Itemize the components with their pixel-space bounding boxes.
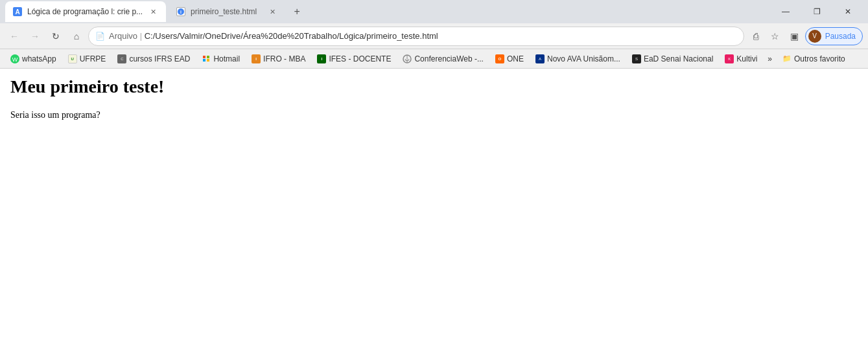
address-text: Arquivo | C:/Users/Valmir/OneDrive/Área%… (109, 31, 737, 41)
file-icon: 📄 (95, 32, 105, 41)
bookmark-ead-label: EaD Senai Nacional (644, 54, 713, 63)
ava-icon: A (535, 54, 545, 63)
ifes-icon: I (317, 54, 326, 63)
kultivi-icon: K (725, 54, 734, 63)
svg-text:W: W (12, 56, 18, 63)
share-button[interactable]: ⎙ (747, 27, 765, 45)
title-bar: A Lógica de programação l: crie p... ✕ i… (0, 0, 868, 23)
tab-active-label: Lógica de programação l: crie p... (27, 7, 143, 16)
address-bar[interactable]: 📄 Arquivo | C:/Users/Valmir/OneDrive/Áre… (88, 27, 744, 46)
one-icon: O (495, 54, 504, 63)
bookmark-ifro[interactable]: I IFRO - MBA (246, 51, 311, 67)
bookmark-hotmail[interactable]: Hotmail (196, 51, 245, 67)
svg-text:i: i (180, 10, 182, 14)
bookmark-outros[interactable]: 📁 Outros favorito (777, 51, 850, 67)
tabs-container: A Lógica de programação l: crie p... ✕ i… (5, 1, 306, 22)
whatsapp-icon: W (10, 54, 19, 63)
forward-button[interactable]: → (26, 27, 44, 45)
window-controls: — ❐ ✕ (771, 1, 863, 22)
bookmark-conf-label: ConferenciaWeb -... (414, 54, 484, 63)
bookmark-ifro-label: IFRO - MBA (263, 54, 305, 63)
bookmark-ava-label: Novo AVA Unisãom... (547, 54, 620, 63)
bookmark-one[interactable]: O ONE (490, 51, 529, 67)
page-content: Meu primeiro teste! Seria isso um progra… (0, 69, 868, 338)
profile-name: Pausada (825, 32, 856, 41)
cursos-icon: C (117, 54, 126, 63)
tab-active-close[interactable]: ✕ (148, 6, 158, 17)
bookmark-hotmail-label: Hotmail (213, 54, 240, 63)
folder-icon: 📁 (782, 54, 792, 63)
avatar: V (808, 30, 821, 43)
bookmark-ufrpe[interactable]: U UFRPE (63, 51, 111, 67)
bookmark-ifes[interactable]: I IFES - DOCENTE (312, 51, 396, 67)
bookmark-outros-label: Outros favorito (794, 54, 845, 63)
back-button[interactable]: ← (5, 27, 23, 45)
home-button[interactable]: ⌂ (67, 27, 86, 45)
conf-icon (403, 54, 412, 63)
bookmarks-bar: W whatsApp U UFRPE C cursos IFRS EAD Hot… (0, 49, 868, 69)
tab-active-icon: A (13, 7, 22, 16)
new-tab-button[interactable]: + (288, 3, 306, 21)
profile-button[interactable]: V Pausada (805, 27, 863, 45)
favorite-button[interactable]: ☆ (766, 27, 784, 45)
bookmark-whatsapp[interactable]: W whatsApp (5, 51, 62, 67)
bookmark-kultivi[interactable]: K Kultivi (720, 51, 762, 67)
tab-inactive-icon: i (176, 7, 185, 16)
bookmark-cursos[interactable]: C cursos IFRS EAD (112, 51, 195, 67)
minimize-button[interactable]: — (771, 1, 801, 22)
bookmark-ifes-label: IFES - DOCENTE (329, 54, 391, 63)
ead-icon: S (632, 54, 641, 63)
tab-inactive-close[interactable]: ✕ (267, 6, 277, 17)
bookmark-whatsapp-label: whatsApp (22, 54, 56, 63)
page-heading: Meu primeiro teste! (10, 76, 858, 97)
reload-button[interactable]: ↻ (47, 27, 65, 45)
bookmark-kultivi-label: Kultivi (736, 54, 757, 63)
address-prefix: Arquivo (109, 31, 137, 41)
tab-inactive-label: primeiro_teste.html (191, 7, 262, 16)
bookmark-ava[interactable]: A Novo AVA Unisãom... (530, 51, 626, 67)
bookmark-cursos-label: cursos IFRS EAD (129, 54, 190, 63)
navigation-bar: ← → ↻ ⌂ 📄 Arquivo | C:/Users/Valmir/OneD… (0, 23, 868, 49)
address-url: C:/Users/Valmir/OneDrive/Área%20de%20Tra… (145, 31, 438, 41)
bookmark-conf[interactable]: ConferenciaWeb -... (397, 51, 489, 67)
hotmail-icon (202, 54, 211, 63)
ifro-icon: I (252, 54, 261, 63)
sidebar-button[interactable]: ▣ (786, 27, 804, 45)
close-button[interactable]: ✕ (833, 1, 863, 22)
bookmark-one-label: ONE (507, 54, 524, 63)
tab-inactive[interactable]: i primeiro_teste.html ✕ (169, 1, 285, 22)
nav-right-buttons: ⎙ ☆ ▣ V Pausada (747, 27, 863, 45)
bookmark-ead[interactable]: S EaD Senai Nacional (627, 51, 718, 67)
bookmark-ufrpe-label: UFRPE (80, 54, 106, 63)
address-divider-text: | (140, 31, 145, 41)
tab-active[interactable]: A Lógica de programação l: crie p... ✕ (5, 1, 166, 22)
ufrpe-icon: U (68, 54, 77, 63)
page-paragraph: Seria isso um programa? (10, 110, 858, 120)
more-bookmarks-button[interactable]: » (764, 53, 776, 65)
restore-button[interactable]: ❐ (802, 1, 832, 22)
